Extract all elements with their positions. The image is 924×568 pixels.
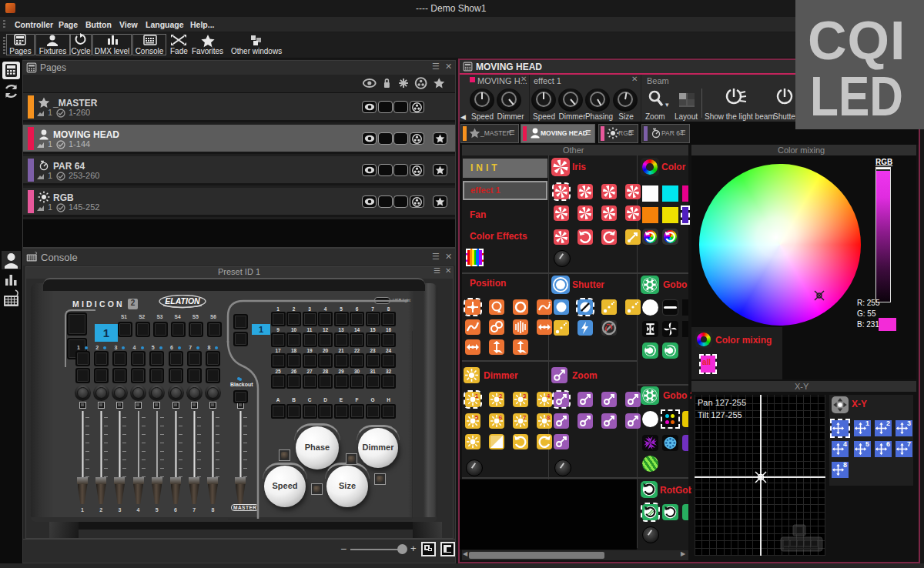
- svg-text:4: 4: [547, 393, 551, 399]
- svg-text:8: 8: [547, 414, 551, 421]
- svg-text:ELATION: ELATION: [165, 296, 200, 306]
- svg-text:1: 1: [475, 393, 479, 399]
- svg-text:6: 6: [499, 414, 503, 421]
- svg-text:7: 7: [523, 414, 527, 421]
- svg-text:3: 3: [523, 393, 527, 399]
- svg-text:5: 5: [475, 414, 479, 421]
- svg-text:2: 2: [499, 393, 503, 399]
